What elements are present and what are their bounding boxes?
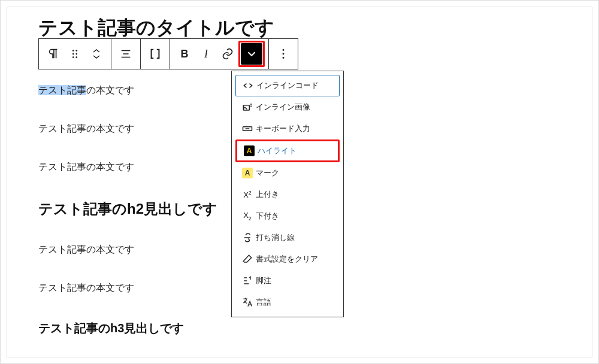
dropdown-item-keyboard[interactable]: キーボード入力 <box>235 118 340 139</box>
highlight-item-frame: A ハイライト <box>235 139 340 162</box>
paragraph-1-rest: の本文です <box>86 85 134 95</box>
mark-a-icon: A <box>239 168 256 178</box>
language-icon <box>239 296 256 308</box>
svg-point-3 <box>75 53 77 55</box>
dropdown-item-language[interactable]: 言語 <box>235 292 340 313</box>
dropdown-item-label: キーボード入力 <box>256 123 336 134</box>
svg-point-7 <box>283 53 285 55</box>
svg-point-2 <box>72 53 74 55</box>
selected-text: テスト記事 <box>38 85 86 95</box>
italic-button[interactable]: I <box>195 43 217 65</box>
more-formats-button[interactable] <box>241 43 262 65</box>
dropdown-item-label: 打ち消し線 <box>256 232 336 243</box>
svg-point-8 <box>283 57 285 59</box>
dropdown-item-subscript[interactable]: X2 下付き <box>235 205 340 227</box>
heading-h3[interactable]: テスト記事のh3見出しです <box>38 320 561 336</box>
align-button[interactable] <box>115 43 137 65</box>
link-button[interactable] <box>217 43 238 65</box>
image-icon <box>239 101 256 113</box>
dropdown-item-label: 脚注 <box>256 275 336 286</box>
move-up-down-button[interactable] <box>86 43 107 65</box>
dropdown-item-inline-code[interactable]: インラインコード <box>235 75 340 96</box>
strikethrough-icon <box>239 232 256 244</box>
dropdown-item-strikethrough[interactable]: 打ち消し線 <box>235 227 340 248</box>
brackets-button[interactable] <box>144 43 166 65</box>
formats-dropdown: インラインコード インライン画像 キーボード入力 A ハイライト A <box>231 71 344 317</box>
footnote-icon <box>239 275 256 287</box>
code-icon <box>240 80 256 92</box>
drag-handle-button[interactable] <box>64 43 86 65</box>
dropdown-item-inline-image[interactable]: インライン画像 <box>235 96 340 118</box>
keyboard-icon <box>239 123 256 135</box>
svg-point-4 <box>72 56 74 58</box>
more-formats-highlight-frame <box>238 41 265 67</box>
dropdown-item-label: マーク <box>256 168 336 178</box>
dropdown-item-label: 上付き <box>256 189 336 200</box>
svg-point-0 <box>72 50 74 51</box>
svg-point-1 <box>75 50 77 51</box>
block-toolbar: B I <box>38 38 298 69</box>
dropdown-item-label: 書式設定をクリア <box>256 254 336 265</box>
dropdown-item-clear-format[interactable]: 書式設定をクリア <box>235 248 340 270</box>
subscript-icon: X2 <box>239 211 256 222</box>
superscript-icon: X2 <box>239 190 256 199</box>
svg-point-6 <box>283 49 285 51</box>
page-title: テスト記事のタイトルです <box>38 14 561 41</box>
dropdown-item-footnote[interactable]: 脚注 <box>235 270 340 292</box>
dropdown-item-mark[interactable]: A マーク <box>235 162 340 184</box>
dropdown-item-label: インラインコード <box>256 80 335 91</box>
dropdown-item-superscript[interactable]: X2 上付き <box>235 184 340 205</box>
eraser-icon <box>239 253 256 265</box>
bold-button[interactable]: B <box>174 43 195 65</box>
block-type-paragraph-button[interactable] <box>43 43 64 65</box>
dropdown-item-label: インライン画像 <box>256 102 336 113</box>
highlight-a-icon: A <box>241 145 258 156</box>
more-options-button[interactable] <box>273 43 294 65</box>
svg-point-5 <box>75 56 77 58</box>
dropdown-item-label: 下付き <box>256 211 336 222</box>
dropdown-item-label: 言語 <box>256 297 336 308</box>
dropdown-item-label: ハイライト <box>258 145 334 156</box>
dropdown-item-highlight[interactable]: A ハイライト <box>237 141 338 160</box>
